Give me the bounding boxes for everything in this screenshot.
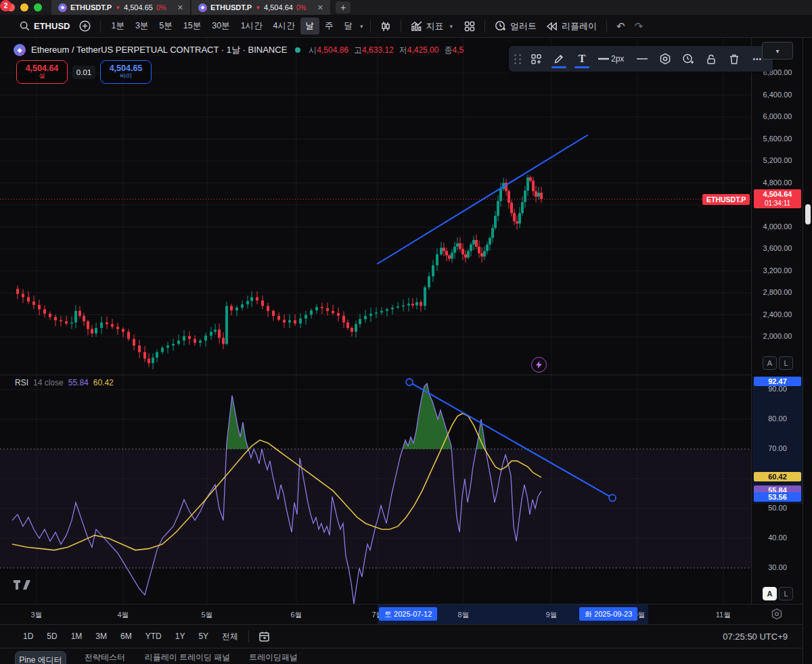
alert-clock-icon [495, 20, 506, 32]
pencil-icon [554, 53, 564, 64]
range-YTD[interactable]: YTD [140, 629, 167, 644]
add-alert-button[interactable] [678, 47, 698, 70]
quick-trade-button[interactable] [531, 357, 547, 373]
clock-utc[interactable]: 07:25:50 UTC+9 [723, 632, 788, 642]
minimize-window-icon[interactable] [20, 3, 28, 11]
down-arrow-icon: ▼ [115, 5, 120, 11]
rsi-params: 14 close [33, 378, 64, 387]
range-6M[interactable]: 6M [115, 629, 137, 644]
alert-button[interactable]: 얼러트 [490, 18, 541, 35]
sell-button[interactable]: 4,504.64 셀 [16, 60, 68, 84]
line-style-button[interactable] [632, 47, 652, 70]
range-1Y[interactable]: 1Y [170, 629, 191, 644]
new-tab-button[interactable]: + [336, 1, 351, 14]
timeframe-달[interactable]: 달 [339, 18, 359, 34]
active-color-indicator [551, 66, 566, 68]
chart-area[interactable]: ◆ Ethereum / TetherUS PERPETUAL CONTRACT… [0, 38, 812, 604]
price-and-rsi-plot[interactable] [0, 38, 751, 604]
tab-symbol: ETHUSDT.P [210, 3, 252, 11]
more-dots-icon: ••• [753, 55, 763, 63]
pane-collapse-button[interactable]: ▾ [762, 42, 793, 60]
browser-tab-2[interactable]: ◆ ETHUSDT.P ▼ 4,504.64 0% ✕ [191, 0, 330, 15]
timeframe-5분[interactable]: 5분 [154, 18, 177, 34]
close-tab-icon[interactable]: ✕ [317, 3, 323, 12]
timeframe-주[interactable]: 주 [319, 18, 339, 34]
undo-button[interactable]: ↶ [612, 18, 630, 35]
layout-button[interactable] [459, 18, 480, 34]
timeframe-4시간[interactable]: 4시간 [268, 18, 300, 34]
timeframe-chevron-down-icon[interactable]: ▾ [358, 23, 365, 30]
range-전체[interactable]: 전체 [217, 628, 244, 645]
range-1D[interactable]: 1D [18, 629, 39, 644]
toolbar-divider [370, 20, 371, 32]
log-scale-button[interactable]: L [779, 356, 793, 370]
indicators-chevron-down-icon: ▾ [448, 23, 455, 30]
tab-strategy-tester[interactable]: 전략테스터 [85, 652, 125, 663]
toolbar-divider [248, 630, 249, 642]
zoom-window-icon[interactable] [34, 3, 42, 11]
rsi-auto-scale-button[interactable]: A [763, 587, 777, 600]
settings-button[interactable] [655, 47, 675, 70]
object-tree-button[interactable] [526, 47, 546, 70]
timeframe-3분[interactable]: 3분 [130, 18, 154, 34]
range-1M[interactable]: 1M [66, 629, 88, 644]
rsi-tick: 40.00 [752, 533, 803, 542]
compare-add-button[interactable] [74, 18, 95, 34]
text-tool-icon: T [579, 53, 586, 65]
rsi-legend[interactable]: RSI 14 close 55.84 60.42 [15, 378, 114, 387]
tab-pine-editor[interactable]: Pine 에디터 [15, 651, 66, 664]
selected-range-axis-highlight [752, 377, 803, 504]
tradingview-logo[interactable] [14, 580, 31, 594]
layout-grid-icon [464, 21, 475, 32]
timeframe-1시간[interactable]: 1시간 [235, 18, 268, 34]
symbol-title[interactable]: Ethereum / TetherUS PERPETUAL CONTRACT ·… [31, 44, 287, 56]
timeframe-1분[interactable]: 1분 [106, 18, 129, 34]
chart-style-button[interactable] [376, 18, 396, 34]
trading-platform-window: ◆ ETHUSDT.P ▼ 4,504.65 0% ✕ ◆ ETHUSDT.P … [0, 0, 812, 664]
text-tool-button[interactable]: T [572, 47, 592, 70]
draw-tool-button[interactable] [549, 47, 569, 70]
range-5Y[interactable]: 5Y [193, 629, 214, 644]
notification-badge: 2 [0, 0, 12, 11]
ethereum-icon: ◆ [14, 44, 26, 56]
replay-button[interactable]: 리플레이 [541, 18, 602, 35]
delete-button[interactable] [724, 47, 744, 70]
symbol-search-button[interactable]: ETHUSD [15, 18, 74, 34]
month-label: 9월 [545, 610, 557, 620]
browser-tab-1[interactable]: ◆ ETHUSDT.P ▼ 4,504.65 0% ✕ [51, 0, 190, 15]
tab-replay-trading-panel[interactable]: 리플레이 트레이딩 패널 [145, 652, 231, 663]
ohlc-close: 종4,5 [444, 45, 464, 56]
rsi-tick: 50.00 [752, 504, 803, 512]
timeframe-30분[interactable]: 30분 [206, 18, 235, 34]
down-arrow-icon: ▼ [255, 5, 261, 11]
time-axis-settings-button[interactable] [771, 608, 783, 623]
line-width-button[interactable]: 2px [595, 47, 629, 70]
tab-price: 4,504.65 [124, 3, 153, 11]
lock-button[interactable] [701, 47, 721, 70]
range-end-date-tag: 화 2025-09-23 [579, 607, 637, 621]
go-to-date-button[interactable] [254, 628, 275, 645]
rsi-log-scale-button[interactable]: L [779, 587, 793, 600]
alert-clock-plus-icon [682, 53, 694, 65]
range-3M[interactable]: 3M [90, 629, 112, 644]
timeframe-날[interactable]: 날 [300, 18, 320, 34]
indicators-label: 지표 [426, 20, 444, 32]
ohlc-open: 시4,504.86 [309, 45, 348, 56]
price-axis[interactable]: 6,800.006,400.006,000.005,600.005,200.00… [751, 38, 803, 604]
tab-trading-panel[interactable]: 트레이딩패널 [249, 652, 298, 663]
rsi-name: RSI [15, 378, 28, 387]
quantity-field[interactable]: 0.01 [72, 66, 95, 79]
crypto-coin-icon: ◆ [58, 3, 67, 12]
edge-resize-handle[interactable] [805, 204, 811, 224]
redo-button[interactable]: ↷ [630, 18, 648, 35]
range-5D[interactable]: 5D [41, 629, 62, 644]
time-axis[interactable]: 3월4월5월6월7월8월9월10월11월 토 2025-07-12화 2025-… [0, 604, 803, 624]
buy-button[interactable]: 4,504.65 바이 [100, 60, 152, 84]
drag-handle[interactable] [514, 54, 522, 64]
close-tab-icon[interactable]: ✕ [177, 3, 183, 12]
indicators-button[interactable]: 지표 ▾ [406, 18, 460, 35]
timeframe-15분[interactable]: 15분 [178, 18, 206, 34]
line-style-icon [636, 57, 648, 60]
auto-scale-button[interactable]: A [763, 356, 777, 370]
calendar-icon [258, 631, 270, 642]
